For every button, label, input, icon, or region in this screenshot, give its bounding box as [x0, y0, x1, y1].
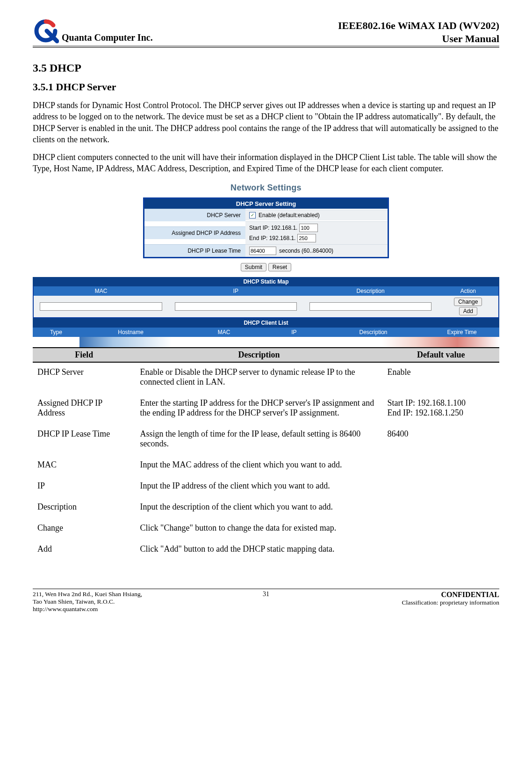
- client-list-columns: Type Hostname MAC IP Description Expire …: [33, 328, 499, 337]
- description-input[interactable]: [309, 302, 431, 311]
- network-settings-screenshot: Network Settings DHCP Server Setting DHC…: [33, 183, 499, 347]
- table-row: DHCP IP Lease TimeAssign the length of t…: [33, 424, 499, 455]
- col-ip: IP: [168, 286, 303, 296]
- paragraph-2: DHCP client computers connected to the u…: [33, 152, 499, 175]
- client-list-header: DHCP Client List: [33, 318, 499, 328]
- cell-default: [382, 497, 499, 518]
- ip-input[interactable]: [175, 302, 297, 311]
- cell-description: Click "Add" button to add the DHCP stati…: [136, 540, 383, 561]
- cell-default: [382, 518, 499, 540]
- page-number: 31: [263, 591, 269, 598]
- col-action: Action: [438, 286, 498, 296]
- dhcp-server-label: DHCP Server: [144, 209, 245, 221]
- reset-button[interactable]: Reset: [268, 263, 291, 271]
- cell-default: Start IP: 192.168.1.100 End IP: 192.168.…: [382, 394, 499, 424]
- table-row: Assigned DHCP IP AddressEnter the starti…: [33, 394, 499, 424]
- dhcp-server-setting-panel: DHCP Server Setting DHCP Server ✓ Enable…: [143, 197, 389, 258]
- panel-heading: DHCP Server Setting: [144, 199, 388, 209]
- cell-description: Input the description of the client whic…: [136, 497, 383, 518]
- static-map-input-row: Change Add: [34, 296, 498, 317]
- lease-time-suffix: seconds (60..864000): [279, 248, 333, 254]
- assigned-ip-label: Assigned DHCP IP Address: [144, 226, 245, 239]
- cell-field: IP: [33, 476, 136, 497]
- footer-url: http://www.quantatw.com: [33, 605, 142, 613]
- table-row: DHCP ServerEnable or Disable the DHCP se…: [33, 362, 499, 394]
- cell-description: Enter the starting IP address for the DH…: [136, 394, 383, 424]
- enable-text: Enable (default:enabled): [259, 212, 320, 219]
- table-row: MACInput the MAC address of the client w…: [33, 455, 499, 476]
- mac-input[interactable]: [40, 302, 162, 311]
- decorative-gradient: [79, 337, 499, 347]
- cell-field: Assigned DHCP IP Address: [33, 394, 136, 424]
- footer-addr2: Tao Yuan Shien, Taiwan, R.O.C.: [33, 598, 142, 605]
- cell-field: DHCP Server: [33, 362, 136, 394]
- paragraph-1: DHCP stands for Dynamic Host Control Pro…: [33, 100, 499, 145]
- footer-confidential: CONFIDENTIAL: [402, 591, 499, 599]
- col-mac-2: MAC: [182, 328, 266, 337]
- col-description-2: Description: [322, 328, 425, 337]
- th-default: Default value: [382, 348, 499, 362]
- footer-classification: Classification: proprietary information: [402, 599, 499, 606]
- doc-title: IEEE802.16e WiMAX IAD (WV202) User Manua…: [338, 19, 499, 45]
- col-description: Description: [303, 286, 438, 296]
- cell-description: Enable or Disable the DHCP server to dyn…: [136, 362, 383, 394]
- cell-description: Input the IP address of the client which…: [136, 476, 383, 497]
- cell-field: Description: [33, 497, 136, 518]
- th-description: Description: [136, 348, 383, 362]
- page-header: Quanta Computer Inc. IEEE802.16e WiMAX I…: [33, 19, 499, 48]
- table-row: DescriptionInput the description of the …: [33, 497, 499, 518]
- lease-time-label: DHCP IP Lease Time: [144, 244, 245, 257]
- end-ip-input[interactable]: 250: [297, 234, 316, 242]
- cell-default: 86400: [382, 424, 499, 455]
- col-mac: MAC: [34, 286, 168, 296]
- footer-addr1: 211, Wen Hwa 2nd Rd., Kuei Shan Hsiang,: [33, 591, 142, 598]
- table-row: AddClick "Add" button to add the DHCP st…: [33, 540, 499, 561]
- cell-default: [382, 540, 499, 561]
- lease-time-input[interactable]: 86400: [249, 247, 276, 255]
- cell-default: [382, 455, 499, 476]
- screenshot-title: Network Settings: [33, 183, 499, 193]
- col-ip-2: IP: [266, 328, 322, 337]
- section-heading: 3.5 DHCP: [33, 62, 499, 74]
- submit-button[interactable]: Submit: [241, 263, 266, 271]
- cell-description: Click "Change" button to change the data…: [136, 518, 383, 540]
- add-button[interactable]: Add: [459, 307, 477, 315]
- subsection-heading: 3.5.1 DHCP Server: [33, 81, 499, 93]
- cell-field: DHCP IP Lease Time: [33, 424, 136, 455]
- col-expire-time: Expire Time: [424, 328, 499, 337]
- change-button[interactable]: Change: [454, 298, 482, 306]
- cell-field: MAC: [33, 455, 136, 476]
- cell-default: Enable: [382, 362, 499, 394]
- brand-text: Quanta Computer Inc.: [62, 32, 153, 45]
- cell-description: Assign the length of time for the IP lea…: [136, 424, 383, 455]
- start-ip-label: Start IP: 192.168.1.: [249, 225, 297, 231]
- fields-description-table: Field Description Default value DHCP Ser…: [33, 347, 499, 561]
- static-map-columns: MAC IP Description Action: [34, 286, 498, 296]
- col-hostname: Hostname: [79, 328, 182, 337]
- cell-field: Add: [33, 540, 136, 561]
- cell-description: Input the MAC address of the client whic…: [136, 455, 383, 476]
- end-ip-label: End IP: 192.168.1.: [249, 235, 295, 241]
- cell-field: Change: [33, 518, 136, 540]
- enable-checkbox[interactable]: ✓: [249, 212, 256, 219]
- static-map-header: DHCP Static Map: [33, 277, 499, 286]
- table-row: IPInput the IP address of the client whi…: [33, 476, 499, 497]
- col-type: Type: [33, 328, 79, 337]
- table-row: ChangeClick "Change" button to change th…: [33, 518, 499, 540]
- start-ip-input[interactable]: 100: [299, 224, 318, 232]
- page-footer: 211, Wen Hwa 2nd Rd., Kuei Shan Hsiang, …: [33, 589, 499, 613]
- quanta-logo-icon: [33, 19, 59, 45]
- cell-default: [382, 476, 499, 497]
- th-field: Field: [33, 348, 136, 362]
